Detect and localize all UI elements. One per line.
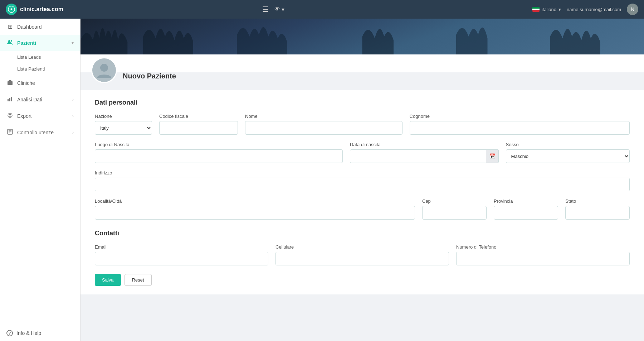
- info-help-icon: ?: [6, 330, 13, 336]
- layout: ⊞ Dashboard Pazienti ▾ Lista Leads Lista…: [0, 19, 644, 341]
- lang-chevron: ▾: [558, 7, 561, 12]
- save-button[interactable]: Salva: [95, 274, 121, 286]
- sidebar-label-info-help: Info & Help: [16, 330, 74, 336]
- sidebar-item-dashboard[interactable]: ⊞ Dashboard: [0, 19, 80, 35]
- form-actions: Salva Reset: [95, 274, 630, 286]
- section-contacts-title: Contatti: [95, 230, 630, 237]
- svg-rect-6: [8, 99, 9, 101]
- telefono-group: Numero di Telefono: [456, 244, 630, 265]
- nome-label: Nome: [245, 114, 402, 119]
- section-personal-title: Dati personali: [95, 99, 630, 106]
- data-nascita-input-wrapper: 📅: [350, 149, 499, 163]
- data-nascita-input[interactable]: [350, 149, 499, 163]
- dashboard-icon: ⊞: [6, 23, 14, 30]
- nome-group: Nome: [245, 114, 402, 135]
- sesso-select[interactable]: Maschio Femmina Altro: [506, 149, 630, 163]
- stato-label: Stato: [565, 198, 630, 204]
- svg-rect-8: [11, 97, 12, 101]
- hero-content: Nuovo Paziente: [91, 42, 176, 83]
- user-email: name.surname@mail.com: [567, 7, 621, 12]
- luogo-nascita-input[interactable]: [95, 149, 343, 163]
- section-separator: Contatti: [95, 230, 630, 237]
- sidebar-item-lista-pazienti[interactable]: Lista Pazienti: [17, 63, 80, 75]
- patient-avatar[interactable]: [91, 57, 117, 83]
- pazienti-chevron: ▾: [72, 40, 74, 45]
- reset-button[interactable]: Reset: [125, 274, 152, 286]
- main-content: Nuovo Paziente Dati personali Nazione It…: [80, 19, 644, 341]
- email-input[interactable]: [95, 252, 268, 265]
- brand-icon: [6, 4, 17, 15]
- language-selector[interactable]: italiano ▾: [532, 7, 561, 12]
- indirizzo-group: Indirizzo: [95, 170, 630, 191]
- email-label: Email: [95, 244, 268, 250]
- analisi-dati-chevron: ›: [72, 97, 74, 102]
- form-row-indirizzo: Indirizzo: [95, 170, 630, 191]
- flag-icon: [532, 7, 540, 12]
- controllo-utenze-chevron: ›: [72, 130, 74, 135]
- form-row-locality: Località/Città Cap Provincia Stato: [95, 198, 630, 220]
- cognome-input[interactable]: [410, 121, 630, 135]
- patient-name-area: Nuovo Paziente: [123, 72, 176, 83]
- cellulare-group: Cellulare: [275, 244, 449, 265]
- stato-input[interactable]: [565, 206, 630, 220]
- analisi-dati-icon: [6, 96, 14, 103]
- sidebar-label-dashboard: Dashboard: [17, 24, 74, 30]
- provincia-label: Provincia: [494, 198, 558, 204]
- sidebar-label-cliniche: Cliniche: [17, 80, 74, 86]
- controllo-utenze-icon: [6, 129, 14, 136]
- svg-rect-7: [9, 98, 10, 101]
- brand-label: clinic.artea.com: [20, 6, 63, 13]
- sidebar-item-analisi-dati[interactable]: Analisi Dati ›: [0, 91, 80, 108]
- indirizzo-input[interactable]: [95, 178, 630, 191]
- sidebar-item-lista-leads[interactable]: Lista Leads: [17, 51, 80, 63]
- topnav-right: italiano ▾ name.surname@mail.com N: [532, 4, 638, 15]
- cognome-label: Cognome: [410, 114, 630, 119]
- topnav: clinic.artea.com ☰ 👁 ▾ italiano ▾ name.s…: [0, 0, 644, 19]
- sidebar-item-info-help[interactable]: ? Info & Help: [0, 325, 80, 341]
- sidebar-item-export[interactable]: Export ›: [0, 108, 80, 124]
- localita-label: Località/Città: [95, 198, 415, 204]
- hamburger-button[interactable]: ☰: [262, 5, 269, 14]
- nazione-label: Nazione: [95, 114, 152, 119]
- email-group: Email: [95, 244, 268, 265]
- codice-fiscale-input[interactable]: [159, 121, 238, 135]
- luogo-nascita-group: Luogo di Nascita: [95, 142, 343, 163]
- calendar-button[interactable]: 📅: [486, 149, 499, 163]
- export-chevron: ›: [72, 114, 74, 119]
- localita-input[interactable]: [95, 206, 415, 220]
- user-avatar[interactable]: N: [627, 4, 638, 15]
- provincia-group: Provincia: [494, 198, 558, 220]
- indirizzo-label: Indirizzo: [95, 170, 630, 176]
- sidebar-item-pazienti[interactable]: Pazienti ▾: [0, 35, 80, 51]
- cognome-group: Cognome: [410, 114, 630, 135]
- eye-menu[interactable]: 👁 ▾: [274, 6, 284, 13]
- language-label: italiano: [542, 7, 556, 12]
- sidebar: ⊞ Dashboard Pazienti ▾ Lista Leads Lista…: [0, 19, 80, 341]
- telefono-label: Numero di Telefono: [456, 244, 630, 250]
- sesso-group: Sesso Maschio Femmina Altro: [506, 142, 630, 163]
- telefono-input[interactable]: [456, 252, 630, 265]
- sidebar-label-analisi-dati: Analisi Dati: [17, 97, 69, 102]
- cap-input[interactable]: [422, 206, 487, 220]
- svg-point-11: [100, 64, 108, 72]
- export-icon: [6, 112, 14, 120]
- codice-fiscale-group: Codice fiscale: [159, 114, 238, 135]
- cap-label: Cap: [422, 198, 487, 204]
- luogo-nascita-label: Luogo di Nascita: [95, 142, 343, 147]
- data-nascita-group: Data di nascita 📅: [350, 142, 499, 163]
- svg-point-1: [11, 9, 12, 10]
- sesso-label: Sesso: [506, 142, 630, 147]
- codice-fiscale-label: Codice fiscale: [159, 114, 238, 119]
- provincia-input[interactable]: [494, 206, 558, 220]
- eye-chevron: ▾: [282, 6, 284, 13]
- sidebar-item-controllo-utenze[interactable]: Controllo utenze ›: [0, 124, 80, 141]
- sidebar-label-pazienti: Pazienti: [17, 40, 68, 46]
- patient-name: Nuovo Paziente: [123, 72, 176, 80]
- form-area: Dati personali Nazione Italy France Germ…: [80, 90, 644, 294]
- nazione-select[interactable]: Italy France Germany Spain: [95, 121, 152, 135]
- nome-input[interactable]: [245, 121, 402, 135]
- sidebar-item-cliniche[interactable]: Cliniche: [0, 75, 80, 91]
- cellulare-input[interactable]: [275, 252, 449, 265]
- form-row-1: Nazione Italy France Germany Spain Codic…: [95, 114, 630, 135]
- form-row-2: Luogo di Nascita Data di nascita 📅 Sesso…: [95, 142, 630, 163]
